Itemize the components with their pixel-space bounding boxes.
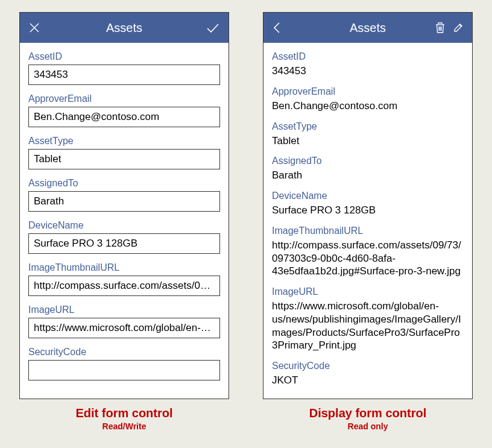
field-label: SecurityCode <box>28 347 220 358</box>
assignedto-input[interactable] <box>28 191 220 212</box>
assetid-value: 343453 <box>272 65 464 78</box>
edit-field-devicename: DeviceName <box>28 220 220 254</box>
display-field-imagethumbnailurl: ImageThumbnailURL http://compass.surface… <box>272 226 464 278</box>
display-form-titlebar: Assets <box>263 13 472 43</box>
display-field-imageurl: ImageURL https://www.microsoft.com/globa… <box>272 286 464 352</box>
check-icon[interactable] <box>206 22 220 34</box>
edit-form-title: Assets <box>71 21 178 35</box>
caption-subtitle: Read only <box>309 421 426 431</box>
assetid-input[interactable] <box>28 65 220 85</box>
edit-field-assignedto: AssignedTo <box>28 178 220 212</box>
edit-field-assetid: AssetID <box>28 51 220 85</box>
assettype-value: Tablet <box>272 134 464 148</box>
display-field-approveremail: ApproverEmail Ben.Change@contoso.com <box>272 86 464 113</box>
caption-subtitle: Read/Write <box>75 421 172 431</box>
approveremail-value: Ben.Change@contoso.com <box>272 99 464 113</box>
display-field-securitycode: SecurityCode JKOT <box>272 361 464 387</box>
display-form-body: AssetID 343453 ApproverEmail Ben.Change@… <box>263 43 472 399</box>
assettype-input[interactable] <box>28 149 220 169</box>
field-label: AssetType <box>28 136 220 147</box>
field-label: ApproverEmail <box>28 93 220 104</box>
display-field-assettype: AssetType Tablet <box>272 121 464 148</box>
imagethumbnailurl-value: http://compass.surface.com/assets/09/73/… <box>272 239 464 278</box>
back-icon[interactable] <box>272 21 282 34</box>
field-label: DeviceName <box>28 220 220 231</box>
edit-form-body: AssetID ApproverEmail AssetType Assigned… <box>20 43 229 399</box>
display-field-assetid: AssetID 343453 <box>272 51 464 78</box>
field-label: DeviceName <box>272 191 464 201</box>
display-form-column: Assets AssetID 343453 <box>263 12 473 431</box>
field-label: AssignedTo <box>272 156 464 166</box>
devicename-value: Surface PRO 3 128GB <box>272 204 464 217</box>
close-icon[interactable] <box>28 22 40 34</box>
assignedto-value: Barath <box>272 169 464 182</box>
field-label: ImageThumbnailURL <box>28 262 220 273</box>
edit-field-imagethumbnailurl: ImageThumbnailURL <box>28 262 220 296</box>
field-label: ImageThumbnailURL <box>272 226 464 236</box>
imageurl-value: https://www.microsoft.com/global/en-us/n… <box>272 300 464 352</box>
edit-icon[interactable] <box>453 22 464 33</box>
field-label: AssetID <box>272 51 464 62</box>
field-label: SecurityCode <box>272 361 464 371</box>
field-label: ImageURL <box>272 286 464 297</box>
securitycode-input[interactable] <box>28 360 220 380</box>
edit-form-titlebar: Assets <box>20 13 229 43</box>
edit-form-phone: Assets AssetID ApproverEmail AssetType <box>19 12 229 399</box>
trash-icon[interactable] <box>435 22 446 34</box>
display-form-phone: Assets AssetID 343453 <box>263 12 473 399</box>
edit-field-assettype: AssetType <box>28 136 220 169</box>
field-label: AssetID <box>28 51 220 62</box>
field-label: ImageURL <box>28 304 220 315</box>
display-field-assignedto: AssignedTo Barath <box>272 156 464 182</box>
devicename-input[interactable] <box>28 233 220 254</box>
caption-title: Display form control <box>309 406 426 420</box>
display-field-devicename: DeviceName Surface PRO 3 128GB <box>272 191 464 217</box>
display-form-caption: Display form control Read only <box>309 406 426 431</box>
edit-field-approveremail: ApproverEmail <box>28 93 220 127</box>
edit-field-imageurl: ImageURL <box>28 304 220 338</box>
edit-field-securitycode: SecurityCode <box>28 347 220 380</box>
field-label: AssetType <box>272 121 464 132</box>
imageurl-input[interactable] <box>28 318 220 338</box>
field-label: ApproverEmail <box>272 86 464 97</box>
imagethumbnailurl-input[interactable] <box>28 276 220 296</box>
edit-form-caption: Edit form control Read/Write <box>75 406 172 431</box>
display-form-title: Assets <box>314 21 421 35</box>
field-label: AssignedTo <box>28 178 220 189</box>
edit-form-column: Assets AssetID ApproverEmail AssetType <box>19 12 229 431</box>
securitycode-value: JKOT <box>272 374 464 387</box>
approveremail-input[interactable] <box>28 107 220 127</box>
caption-title: Edit form control <box>75 406 172 420</box>
